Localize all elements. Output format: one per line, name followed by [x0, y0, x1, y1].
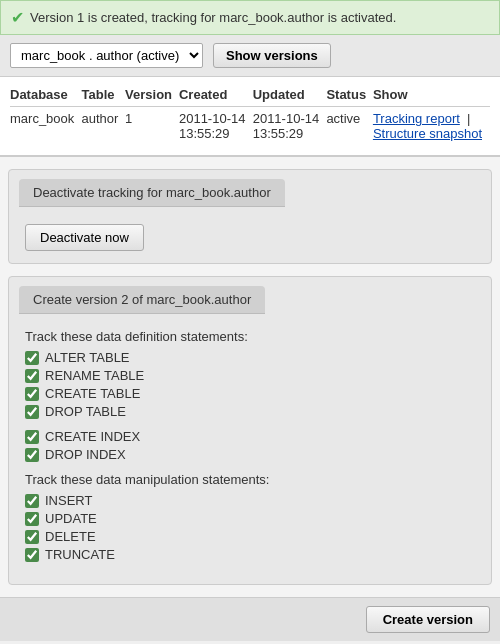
checkbox-drop-table: DROP TABLE: [25, 404, 475, 419]
col-header-show: Show: [373, 83, 490, 107]
deactivate-panel: Deactivate tracking for marc_book.author…: [8, 169, 492, 264]
checkbox-create-table-label: CREATE TABLE: [45, 386, 140, 401]
checkbox-truncate-input[interactable]: [25, 548, 39, 562]
db-select[interactable]: marc_book . author (active): [10, 43, 203, 68]
checkbox-drop-index: DROP INDEX: [25, 447, 475, 462]
checkbox-rename-table-label: RENAME TABLE: [45, 368, 144, 383]
ddl-checkboxes: ALTER TABLE RENAME TABLE CREATE TABLE DR…: [25, 350, 475, 419]
versions-table: Database Table Version Created Updated S…: [10, 83, 490, 145]
cell-status: active: [326, 107, 373, 146]
checkbox-alter-table-label: ALTER TABLE: [45, 350, 130, 365]
col-header-status: Status: [326, 83, 373, 107]
cell-database: marc_book: [10, 107, 82, 146]
checkbox-update-input[interactable]: [25, 512, 39, 526]
col-header-updated: Updated: [253, 83, 327, 107]
ddl-label: Track these data definition statements:: [25, 329, 475, 344]
checkbox-drop-table-label: DROP TABLE: [45, 404, 126, 419]
create-version-panel-body: Track these data definition statements: …: [9, 315, 491, 562]
checkbox-insert-input[interactable]: [25, 494, 39, 508]
col-header-table: Table: [82, 83, 126, 107]
checkbox-create-table: CREATE TABLE: [25, 386, 475, 401]
success-banner: ✔ Version 1 is created, tracking for mar…: [0, 0, 500, 35]
tracking-report-link[interactable]: Tracking report: [373, 111, 460, 126]
create-version-panel: Create version 2 of marc_book.author Tra…: [8, 276, 492, 585]
dml-checkboxes: INSERT UPDATE DELETE TRUNCATE: [25, 493, 475, 562]
structure-snapshot-link[interactable]: Structure snapshot: [373, 126, 482, 141]
checkbox-insert: INSERT: [25, 493, 475, 508]
cell-table: author: [82, 107, 126, 146]
controls-bar: marc_book . author (active) Show version…: [0, 35, 500, 77]
deactivate-now-button[interactable]: Deactivate now: [25, 224, 144, 251]
checkbox-rename-table: RENAME TABLE: [25, 368, 475, 383]
checkbox-delete-input[interactable]: [25, 530, 39, 544]
checkbox-drop-table-input[interactable]: [25, 405, 39, 419]
checkbox-create-index: CREATE INDEX: [25, 429, 475, 444]
deactivate-panel-body: Deactivate now: [9, 208, 491, 251]
create-version-panel-title: Create version 2 of marc_book.author: [19, 286, 265, 314]
checkbox-rename-table-input[interactable]: [25, 369, 39, 383]
checkbox-drop-index-label: DROP INDEX: [45, 447, 126, 462]
deactivate-panel-title: Deactivate tracking for marc_book.author: [19, 179, 285, 207]
checkbox-insert-label: INSERT: [45, 493, 92, 508]
checkbox-update: UPDATE: [25, 511, 475, 526]
checkbox-create-table-input[interactable]: [25, 387, 39, 401]
check-icon: ✔: [11, 8, 24, 27]
index-checkboxes: CREATE INDEX DROP INDEX: [25, 429, 475, 462]
banner-message: Version 1 is created, tracking for marc_…: [30, 10, 396, 25]
checkbox-drop-index-input[interactable]: [25, 448, 39, 462]
checkbox-delete-label: DELETE: [45, 529, 96, 544]
cell-version: 1: [125, 107, 179, 146]
versions-table-wrap: Database Table Version Created Updated S…: [0, 77, 500, 157]
cell-show: Tracking report | Structure snapshot: [373, 107, 490, 146]
cell-created: 2011-10-1413:55:29: [179, 107, 253, 146]
cell-updated: 2011-10-1413:55:29: [253, 107, 327, 146]
checkbox-delete: DELETE: [25, 529, 475, 544]
create-version-button[interactable]: Create version: [366, 606, 490, 633]
dml-label: Track these data manipulation statements…: [25, 472, 475, 487]
checkbox-truncate-label: TRUNCATE: [45, 547, 115, 562]
checkbox-alter-table: ALTER TABLE: [25, 350, 475, 365]
checkbox-update-label: UPDATE: [45, 511, 97, 526]
table-row: marc_book author 1 2011-10-1413:55:29 20…: [10, 107, 490, 146]
checkbox-create-index-input[interactable]: [25, 430, 39, 444]
bottom-bar: Create version: [0, 597, 500, 641]
show-versions-button[interactable]: Show versions: [213, 43, 331, 68]
checkbox-truncate: TRUNCATE: [25, 547, 475, 562]
checkbox-alter-table-input[interactable]: [25, 351, 39, 365]
col-header-created: Created: [179, 83, 253, 107]
col-header-version: Version: [125, 83, 179, 107]
col-header-database: Database: [10, 83, 82, 107]
checkbox-create-index-label: CREATE INDEX: [45, 429, 140, 444]
